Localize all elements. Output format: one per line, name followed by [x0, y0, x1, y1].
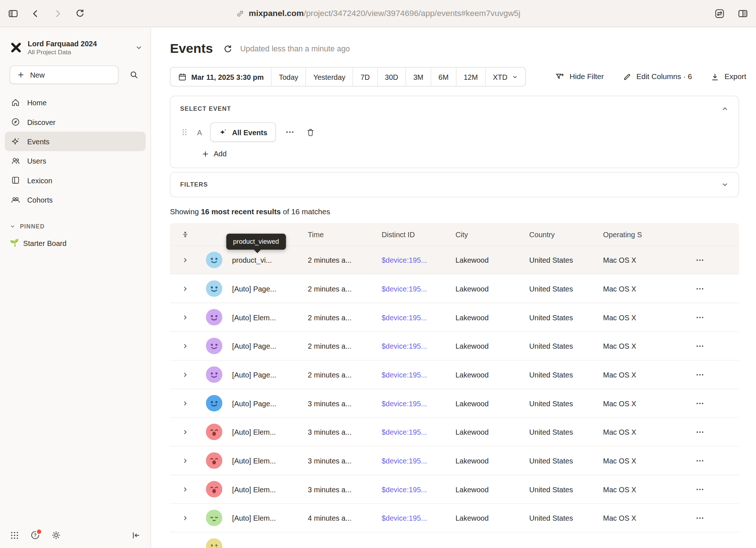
row-more-button[interactable]	[694, 483, 706, 496]
browser-address-bar[interactable]: mixpanel.com/project/3472420/view/397469…	[236, 0, 520, 27]
row-time: 2 minutes a...	[308, 256, 351, 264]
browser-chrome: mixpanel.com/project/3472420/view/397469…	[0, 0, 756, 27]
drag-handle-icon[interactable]	[180, 128, 189, 137]
pinned-section-toggle[interactable]: PINNED	[0, 210, 150, 235]
table-row[interactable]: [Auto] Page... 2 minutes a... $device:19…	[170, 274, 739, 303]
collapse-sidebar-button[interactable]	[131, 530, 141, 540]
expand-filters-button[interactable]	[721, 181, 729, 188]
row-more-button[interactable]	[694, 397, 706, 410]
row-distinct-id[interactable]: $device:195...	[382, 285, 427, 293]
refresh-button[interactable]	[223, 44, 232, 54]
browser-sidebar-toggle-icon[interactable]	[8, 8, 18, 19]
sidebar-item-events[interactable]: Events	[5, 132, 146, 151]
col-header-distinct-id[interactable]: Distinct ID	[378, 230, 452, 238]
row-more-button[interactable]	[694, 425, 706, 438]
table-row[interactable]: [Auto] Elem... 2 minutes a... $device:19…	[170, 303, 739, 332]
row-more-button[interactable]	[694, 253, 706, 266]
event-more-button[interactable]	[283, 125, 296, 139]
delete-event-button[interactable]	[304, 126, 317, 139]
event-avatar-icon	[206, 309, 222, 325]
users-icon	[11, 156, 20, 166]
seedling-icon: 🌱	[10, 239, 19, 247]
collapse-select-event-button[interactable]	[721, 105, 729, 113]
browser-reload-button[interactable]	[75, 8, 85, 19]
row-distinct-id[interactable]: $device:195...	[382, 485, 427, 493]
expand-row-button[interactable]	[181, 428, 189, 435]
date-range-group: Mar 11, 2025 3:30 pm Today Yesterday 7D …	[170, 67, 526, 86]
col-header-os[interactable]: Operating S	[599, 230, 677, 238]
row-more-button[interactable]	[694, 311, 706, 324]
expand-row-button[interactable]	[181, 514, 189, 521]
table-row[interactable]: [Auto] Elem... 3 minutes a... $device:19…	[170, 446, 739, 475]
sidebar-item-lexicon[interactable]: Lexicon	[5, 171, 146, 190]
row-distinct-id[interactable]: $device:195...	[382, 256, 427, 264]
range-6m[interactable]: 6M	[431, 67, 456, 86]
sidebar-item-starter-board[interactable]: 🌱 Starter Board	[0, 235, 150, 251]
row-more-button[interactable]	[694, 368, 706, 381]
sidebar-item-home[interactable]: Home	[5, 93, 146, 112]
collapse-all-rows-icon[interactable]	[181, 230, 189, 238]
add-event-button[interactable]: Add	[201, 150, 227, 158]
row-country: United States	[529, 485, 573, 493]
range-30d[interactable]: 30D	[377, 67, 406, 86]
range-yesterday[interactable]: Yesterday	[306, 67, 353, 86]
sidebar-item-users[interactable]: Users	[5, 151, 146, 171]
row-distinct-id[interactable]: $device:195...	[382, 428, 427, 436]
edit-columns-button[interactable]: Edit Columns · 6	[622, 72, 692, 81]
row-more-button[interactable]	[694, 282, 706, 295]
table-row[interactable]: [Auto] Page... 3 minutes a... $device:19…	[170, 389, 739, 418]
expand-row-button[interactable]	[181, 314, 189, 321]
nav-label: Discover	[27, 118, 56, 126]
expand-row-button[interactable]	[181, 256, 189, 263]
range-12m[interactable]: 12M	[456, 67, 485, 86]
settings-button[interactable]	[51, 530, 61, 540]
expand-row-button[interactable]	[181, 342, 189, 349]
row-country: United States	[529, 313, 573, 321]
browser-split-view-icon[interactable]	[737, 8, 748, 19]
expand-row-button[interactable]	[181, 285, 189, 292]
browser-forward-button[interactable]	[52, 8, 63, 19]
apps-grid-button[interactable]	[10, 530, 20, 540]
col-header-city[interactable]: City	[452, 230, 525, 238]
search-button[interactable]	[125, 66, 143, 83]
table-row[interactable]: [Auto] Page... 2 minutes a... $device:19…	[170, 360, 739, 389]
table-row[interactable]: [Auto] Elem... 3 minutes a... $device:19…	[170, 418, 739, 447]
date-picker-button[interactable]: Mar 11, 2025 3:30 pm	[170, 67, 271, 86]
expand-row-button[interactable]	[181, 486, 189, 493]
hide-filter-button[interactable]: Hide Filter	[555, 72, 604, 82]
row-more-button[interactable]	[694, 511, 706, 524]
table-row[interactable]	[170, 532, 739, 548]
col-header-country[interactable]: Country	[525, 230, 599, 238]
table-row[interactable]: [Auto] Elem... 4 minutes a... $device:19…	[170, 504, 739, 533]
expand-row-button[interactable]	[181, 400, 189, 407]
row-distinct-id[interactable]: $device:195...	[382, 342, 427, 350]
xtd-label: XTD	[493, 73, 507, 81]
table-row[interactable]: [Auto] Elem... 3 minutes a... $device:19…	[170, 475, 739, 504]
row-distinct-id[interactable]: $device:195...	[382, 514, 427, 522]
range-3m[interactable]: 3M	[406, 67, 431, 86]
browser-back-button[interactable]	[30, 8, 41, 19]
expand-row-button[interactable]	[181, 457, 189, 464]
expand-row-button[interactable]	[181, 371, 189, 378]
row-distinct-id[interactable]: $device:195...	[382, 313, 427, 321]
range-today[interactable]: Today	[271, 67, 306, 86]
event-avatar-icon	[206, 452, 222, 469]
row-distinct-id[interactable]: $device:195...	[382, 399, 427, 407]
range-7d[interactable]: 7D	[353, 67, 377, 86]
range-xtd[interactable]: XTD	[485, 67, 525, 86]
row-distinct-id[interactable]: $device:195...	[382, 457, 427, 465]
browser-extensions-icon[interactable]	[714, 8, 725, 19]
help-button[interactable]: ?	[30, 530, 40, 540]
table-row[interactable]: [Auto] Page... 2 minutes a... $device:19…	[170, 332, 739, 361]
export-button[interactable]: Export	[710, 72, 746, 81]
new-button[interactable]: New	[10, 66, 119, 84]
sidebar-item-cohorts[interactable]: Cohorts	[5, 190, 146, 209]
row-more-button[interactable]	[694, 339, 706, 352]
col-header-time[interactable]: Time	[304, 230, 378, 238]
event-avatar-icon	[206, 366, 222, 383]
event-selector-chip[interactable]: All Events	[210, 122, 275, 142]
project-switcher[interactable]: Lord Farquaad 2024 All Project Data	[0, 28, 150, 62]
row-distinct-id[interactable]: $device:195...	[382, 371, 427, 379]
sidebar-item-discover[interactable]: Discover	[5, 112, 146, 132]
row-more-button[interactable]	[694, 454, 706, 467]
